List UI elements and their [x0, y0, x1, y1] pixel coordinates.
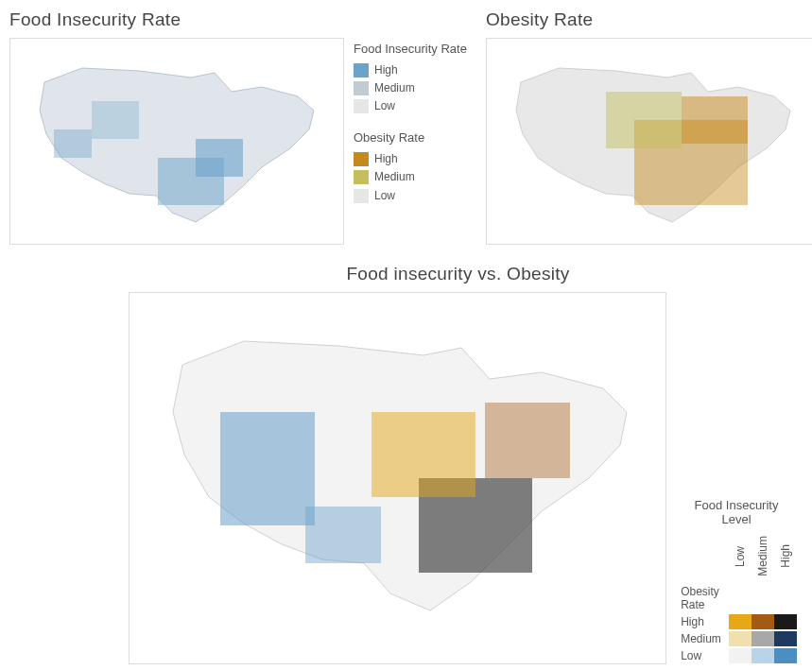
legend-label: High [374, 150, 398, 168]
swatch-icon [354, 152, 369, 166]
food-map-svg [16, 44, 337, 238]
biv-swatch-medium-medium [752, 631, 774, 646]
legend-label: Medium [374, 79, 415, 97]
swatch-icon [354, 63, 369, 77]
legend-obesity-low: Low [354, 187, 467, 205]
swatch-icon [354, 170, 369, 184]
combined-panel: Food insecurity vs. Obesity Food Insecur… [9, 264, 812, 664]
biv-row-high: High [676, 613, 729, 630]
legends-right: Food Insecurity Rate High Medium Low Obe… [354, 38, 467, 245]
obesity-panel: Obesity Rate [486, 9, 812, 245]
svg-rect-3 [196, 139, 243, 177]
obesity-map-svg [492, 44, 812, 238]
food-map-title: Food Insecurity Rate [9, 9, 467, 30]
svg-rect-8 [371, 412, 475, 497]
biv-row-axis: Obesity Rate [676, 583, 729, 613]
bivariate-legend: Food Insecurity Level Low Medium High Ob… [676, 498, 797, 664]
biv-swatch-low-high [774, 648, 797, 663]
swatch-icon [354, 99, 369, 113]
biv-swatch-high-low [729, 614, 752, 629]
legend-label: High [374, 61, 398, 79]
legend-label: Low [374, 187, 395, 205]
legend-obesity-high: High [354, 150, 467, 168]
swatch-icon [354, 189, 369, 203]
legend-food-medium: Medium [354, 79, 467, 97]
combined-map-title: Food insecurity vs. Obesity [95, 264, 812, 284]
svg-rect-5 [606, 92, 682, 148]
legend-obesity-medium: Medium [354, 168, 467, 186]
legend-label: Medium [374, 168, 415, 186]
svg-rect-10 [305, 507, 381, 563]
biv-col-medium: Medium [752, 532, 774, 583]
legend-obesity-title: Obesity Rate [354, 129, 467, 148]
svg-rect-11 [485, 403, 570, 478]
food-insecurity-panel: Food Insecurity Rate Food Insecurity Rat… [9, 9, 467, 245]
obesity-map-title: Obesity Rate [486, 9, 812, 30]
svg-rect-9 [220, 412, 315, 525]
combined-map-svg [135, 299, 660, 658]
bivariate-table: Low Medium High Obesity Rate High Medium [676, 532, 797, 664]
legend-food-high: High [354, 61, 467, 79]
obesity-map[interactable] [486, 38, 812, 245]
biv-swatch-low-medium [752, 648, 774, 663]
legend-food-title: Food Insecurity Rate [354, 40, 467, 60]
food-insecurity-map[interactable] [9, 38, 344, 245]
biv-swatch-high-medium [752, 614, 774, 629]
biv-col-high: High [774, 532, 797, 583]
biv-row-medium: Medium [676, 630, 729, 647]
bivariate-title: Food Insecurity Level [676, 498, 797, 526]
svg-rect-6 [682, 96, 748, 144]
biv-swatch-medium-low [729, 631, 752, 646]
legend-food-low: Low [354, 97, 467, 115]
svg-rect-1 [92, 101, 139, 139]
biv-swatch-high-high [774, 614, 797, 629]
biv-swatch-medium-high [774, 631, 797, 646]
biv-row-low: Low [676, 647, 729, 664]
svg-rect-2 [54, 129, 92, 158]
combined-map[interactable] [129, 292, 666, 664]
swatch-icon [354, 81, 369, 95]
legend-label: Low [374, 97, 395, 115]
biv-swatch-low-low [729, 648, 752, 663]
biv-col-low: Low [729, 532, 752, 583]
